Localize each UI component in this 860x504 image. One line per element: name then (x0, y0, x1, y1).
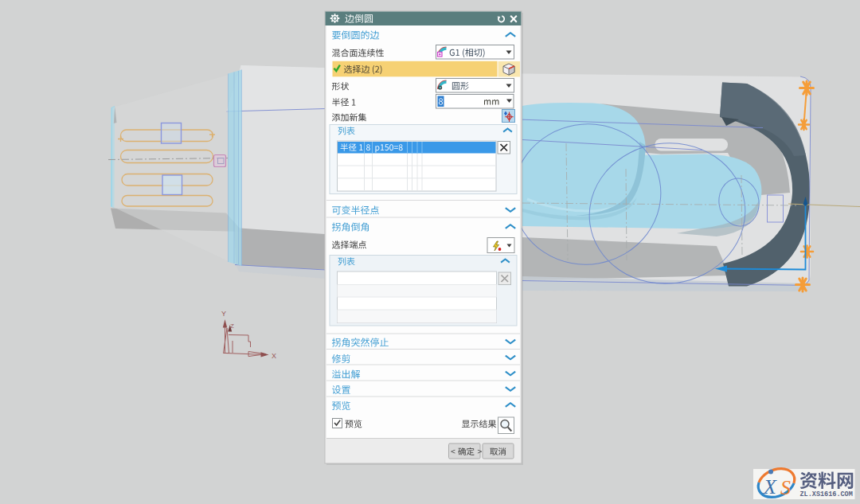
svg-text:Y: Y (221, 310, 226, 318)
svg-text:X: X (272, 352, 276, 360)
svg-text:X: X (763, 475, 777, 498)
svg-text:Z: Z (230, 322, 234, 330)
svg-text:S: S (780, 476, 791, 499)
svg-text:ZL.XS1616.COM: ZL.XS1616.COM (800, 490, 853, 498)
